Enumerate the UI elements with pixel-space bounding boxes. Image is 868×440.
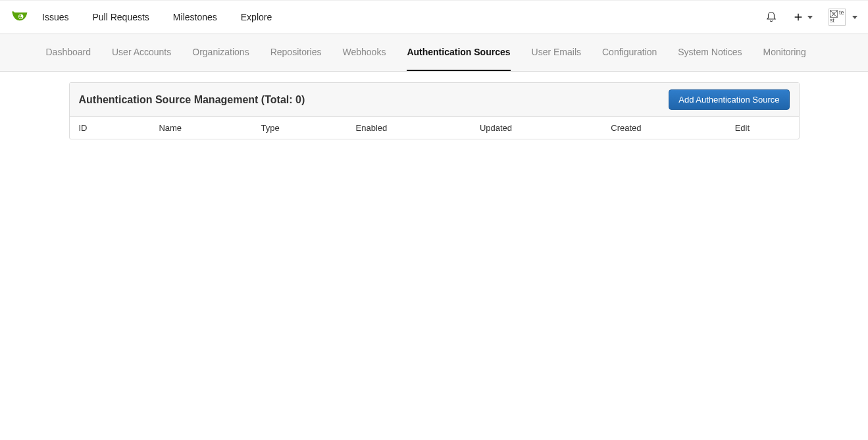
svg-point-3 <box>21 17 22 18</box>
tab-configuration[interactable]: Configuration <box>602 34 657 71</box>
col-edit[interactable]: Edit <box>726 117 799 139</box>
top-nav: Issues Pull Requests Milestones Explore <box>42 12 272 22</box>
panel-header: Authentication Source Management (Total:… <box>70 83 799 117</box>
col-name[interactable]: Name <box>149 117 251 139</box>
tab-webhooks[interactable]: Webhooks <box>342 34 386 71</box>
gitea-logo[interactable] <box>11 10 29 24</box>
auth-sources-panel: Authentication Source Management (Total:… <box>69 82 800 139</box>
top-nav-milestones[interactable]: Milestones <box>173 12 217 22</box>
svg-point-4 <box>19 16 20 18</box>
topbar-right: test <box>765 9 857 26</box>
top-nav-explore[interactable]: Explore <box>241 12 272 22</box>
col-updated[interactable]: Updated <box>471 117 601 139</box>
chevron-down-icon <box>807 16 813 19</box>
col-id[interactable]: ID <box>70 117 150 139</box>
tab-user-emails[interactable]: User Emails <box>532 34 581 71</box>
add-authentication-source-button[interactable]: Add Authentication Source <box>669 89 789 110</box>
chevron-down-icon <box>852 16 857 19</box>
tab-organizations[interactable]: Organizations <box>192 34 249 71</box>
tab-dashboard[interactable]: Dashboard <box>46 34 91 71</box>
create-menu[interactable] <box>793 12 813 22</box>
table-header-row: ID Name Type Enabled Updated Created Edi… <box>70 117 799 139</box>
top-nav-pull-requests[interactable]: Pull Requests <box>92 12 149 22</box>
tab-system-notices[interactable]: System Notices <box>678 34 742 71</box>
tab-user-accounts[interactable]: User Accounts <box>112 34 171 71</box>
col-enabled[interactable]: Enabled <box>347 117 471 139</box>
top-nav-issues[interactable]: Issues <box>42 12 68 22</box>
main-content: Authentication Source Management (Total:… <box>63 82 806 139</box>
avatar: test <box>829 9 846 26</box>
tab-monitoring[interactable]: Monitoring <box>763 34 806 71</box>
notifications-button[interactable] <box>765 11 777 23</box>
panel-title: Authentication Source Management (Total:… <box>79 94 305 106</box>
admin-subnav: Dashboard User Accounts Organizations Re… <box>0 34 868 72</box>
tab-repositories[interactable]: Repositories <box>270 34 322 71</box>
topbar: Issues Pull Requests Milestones Explore … <box>0 0 868 34</box>
col-type[interactable]: Type <box>251 117 346 139</box>
auth-sources-table: ID Name Type Enabled Updated Created Edi… <box>70 117 799 139</box>
col-created[interactable]: Created <box>601 117 725 139</box>
tab-authentication-sources[interactable]: Authentication Sources <box>407 34 510 71</box>
user-menu[interactable]: test <box>829 9 857 26</box>
svg-point-2 <box>20 14 21 16</box>
